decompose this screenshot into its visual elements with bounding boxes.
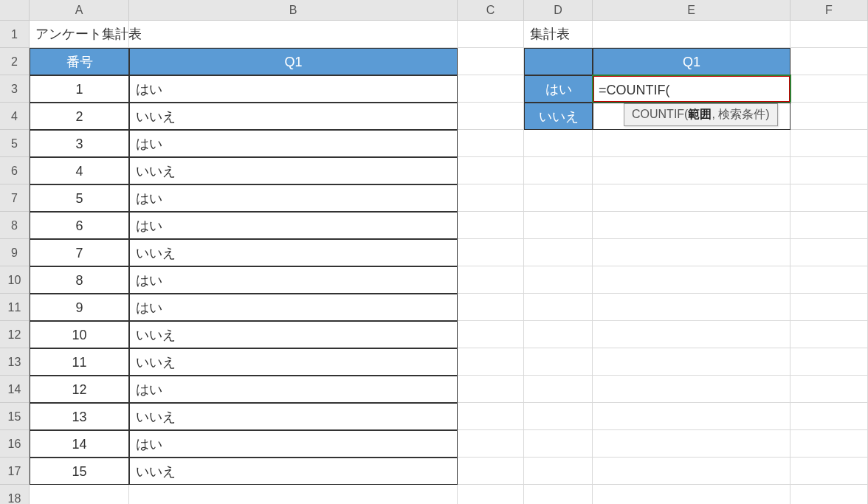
- table-row[interactable]: 14: [30, 430, 129, 458]
- table-row[interactable]: 5: [30, 184, 129, 212]
- table-row[interactable]: いいえ: [129, 157, 458, 184]
- cell-d8[interactable]: [524, 212, 593, 239]
- table-row[interactable]: 8: [30, 266, 129, 294]
- cell-c4[interactable]: [458, 103, 524, 130]
- cell-e11[interactable]: [593, 294, 790, 321]
- cell-f3[interactable]: [790, 75, 868, 103]
- cell-c12[interactable]: [458, 321, 524, 348]
- cell-c3[interactable]: [458, 75, 524, 103]
- cell-f16[interactable]: [790, 430, 868, 458]
- row-header-14[interactable]: 14: [0, 376, 30, 403]
- cell-c1[interactable]: [458, 21, 524, 48]
- cell-e16[interactable]: [593, 430, 790, 458]
- summary-label-no[interactable]: いいえ: [524, 103, 593, 130]
- table-row[interactable]: 2: [30, 103, 129, 130]
- table-row[interactable]: 6: [30, 212, 129, 239]
- cell-f8[interactable]: [790, 212, 868, 239]
- row-header-18[interactable]: 18: [0, 485, 30, 504]
- table-row[interactable]: 3: [30, 130, 129, 157]
- row-header-2[interactable]: 2: [0, 48, 30, 75]
- table-row[interactable]: いいえ: [129, 239, 458, 266]
- cell-f1[interactable]: [790, 21, 868, 48]
- cell-d6[interactable]: [524, 157, 593, 184]
- cell-c8[interactable]: [458, 212, 524, 239]
- cell-e12[interactable]: [593, 321, 790, 348]
- table-row[interactable]: 10: [30, 321, 129, 348]
- cell-e9[interactable]: [593, 239, 790, 266]
- table2-header-blank[interactable]: [524, 48, 593, 75]
- cell-c13[interactable]: [458, 348, 524, 376]
- table-row[interactable]: はい: [129, 430, 458, 458]
- cell-c14[interactable]: [458, 376, 524, 403]
- cell-c5[interactable]: [458, 130, 524, 157]
- select-all-corner[interactable]: [0, 0, 30, 21]
- cell-c15[interactable]: [458, 403, 524, 430]
- cell-d10[interactable]: [524, 266, 593, 294]
- table-row[interactable]: いいえ: [129, 348, 458, 376]
- cell-c17[interactable]: [458, 458, 524, 485]
- cell-d7[interactable]: [524, 184, 593, 212]
- cell-d5[interactable]: [524, 130, 593, 157]
- cell-f9[interactable]: [790, 239, 868, 266]
- table-row[interactable]: 12: [30, 376, 129, 403]
- table-row[interactable]: いいえ: [129, 321, 458, 348]
- cell-f18[interactable]: [790, 485, 868, 504]
- row-header-17[interactable]: 17: [0, 458, 30, 485]
- cell-d9[interactable]: [524, 239, 593, 266]
- cell-e13[interactable]: [593, 348, 790, 376]
- cell-f10[interactable]: [790, 266, 868, 294]
- row-header-4[interactable]: 4: [0, 103, 30, 130]
- row-header-3[interactable]: 3: [0, 75, 30, 103]
- cell-c2[interactable]: [458, 48, 524, 75]
- cell-d13[interactable]: [524, 348, 593, 376]
- row-header-11[interactable]: 11: [0, 294, 30, 321]
- col-header-b[interactable]: B: [129, 0, 458, 21]
- cell-c10[interactable]: [458, 266, 524, 294]
- row-header-9[interactable]: 9: [0, 239, 30, 266]
- row-header-16[interactable]: 16: [0, 430, 30, 458]
- cell-e14[interactable]: [593, 376, 790, 403]
- cell-f14[interactable]: [790, 376, 868, 403]
- row-header-15[interactable]: 15: [0, 403, 30, 430]
- row-header-8[interactable]: 8: [0, 212, 30, 239]
- cell-e18[interactable]: [593, 485, 790, 504]
- cell-f7[interactable]: [790, 184, 868, 212]
- table-row[interactable]: 15: [30, 458, 129, 485]
- table-row[interactable]: 7: [30, 239, 129, 266]
- summary-label-yes[interactable]: はい: [524, 75, 593, 103]
- col-header-e[interactable]: E: [593, 0, 790, 21]
- cell-e3-editing[interactable]: =COUNTIF(: [593, 75, 790, 103]
- row-header-7[interactable]: 7: [0, 184, 30, 212]
- table-row[interactable]: 13: [30, 403, 129, 430]
- cell-e1[interactable]: [593, 21, 790, 48]
- cell-c18[interactable]: [458, 485, 524, 504]
- table-row[interactable]: 11: [30, 348, 129, 376]
- cell-e10[interactable]: [593, 266, 790, 294]
- table-row[interactable]: いいえ: [129, 403, 458, 430]
- col-header-f[interactable]: F: [790, 0, 868, 21]
- cell-d14[interactable]: [524, 376, 593, 403]
- col-header-c[interactable]: C: [458, 0, 524, 21]
- cell-e7[interactable]: [593, 184, 790, 212]
- table-row[interactable]: いいえ: [129, 458, 458, 485]
- cell-e5[interactable]: [593, 130, 790, 157]
- cell-c7[interactable]: [458, 184, 524, 212]
- table-row[interactable]: 1: [30, 75, 129, 103]
- table-row[interactable]: いいえ: [129, 103, 458, 130]
- cell-e6[interactable]: [593, 157, 790, 184]
- cell-c16[interactable]: [458, 430, 524, 458]
- cell-d12[interactable]: [524, 321, 593, 348]
- cell-d1[interactable]: 集計表: [524, 21, 593, 48]
- row-header-12[interactable]: 12: [0, 321, 30, 348]
- cell-e15[interactable]: [593, 403, 790, 430]
- cell-f17[interactable]: [790, 458, 868, 485]
- table-row[interactable]: はい: [129, 266, 458, 294]
- cell-f5[interactable]: [790, 130, 868, 157]
- table-row[interactable]: はい: [129, 294, 458, 321]
- table1-header-q1[interactable]: Q1: [129, 48, 458, 75]
- table-row[interactable]: 9: [30, 294, 129, 321]
- table-row[interactable]: はい: [129, 130, 458, 157]
- table1-header-num[interactable]: 番号: [30, 48, 129, 75]
- table-row[interactable]: はい: [129, 212, 458, 239]
- cell-c6[interactable]: [458, 157, 524, 184]
